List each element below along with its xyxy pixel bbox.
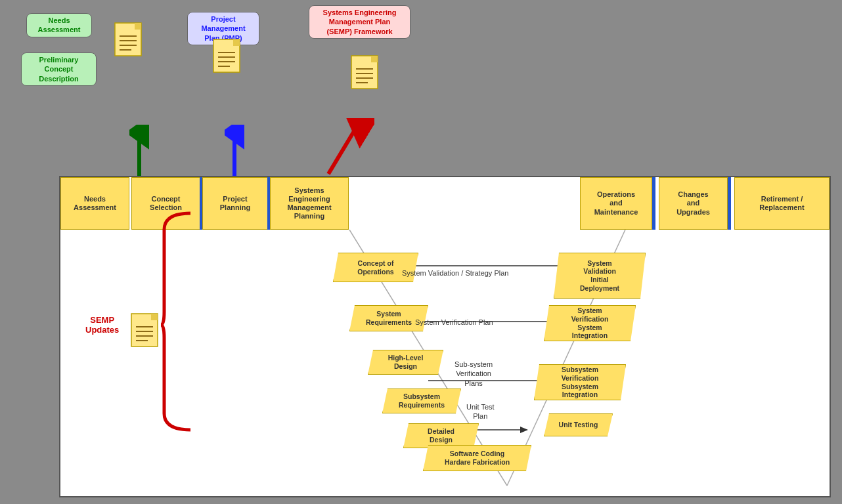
curly-brace: [158, 210, 197, 436]
v-node-sys-validation: SystemValidationInitialDeployment: [554, 253, 646, 299]
svg-marker-36: [520, 427, 528, 433]
semp-callout: Systems EngineeringManagement Plan(SEMP)…: [309, 5, 410, 39]
preliminary-concept-callout: PreliminaryConceptDescription: [21, 52, 97, 86]
document-icon-3: [348, 52, 388, 98]
plan-label-subsystem: Sub-systemVerificationPlans: [454, 360, 493, 388]
svg-rect-2: [135, 23, 141, 30]
phase-ops-maintenance: OperationsandMaintenance: [580, 177, 652, 230]
v-node-concept-ops: Concept ofOperations: [333, 253, 418, 282]
plan-label-validation: System Validation / Strategy Plan: [402, 269, 508, 277]
v-node-sys-verification: SystemVerificationSystemIntegration: [544, 305, 636, 341]
svg-rect-20: [371, 56, 378, 62]
v-node-unit-testing: Unit Testing: [544, 413, 613, 436]
v-node-detailed-design: DetailedDesign: [403, 423, 479, 448]
green-arrow: [129, 125, 149, 180]
v-node-software-coding: Software CodingHardare Fabrication: [423, 445, 531, 471]
svg-rect-39: [151, 314, 158, 320]
semp-updates-label: SEMPUpdates: [85, 315, 119, 335]
v-node-subsys-verification: SubsystemVerificationSubsystemIntegratio…: [534, 364, 626, 400]
phase-retirement: Retirement /Replacement: [734, 177, 830, 230]
document-icon-1: [112, 20, 151, 66]
needs-assessment-callout: NeedsAssessment: [26, 13, 92, 37]
v-node-subsys-req: SubsystemRequirements: [382, 388, 461, 413]
divider-right-1: [652, 177, 655, 230]
phase-needs-assessment: NeedsAssessment: [60, 177, 129, 230]
document-icon-2: [210, 36, 250, 82]
svg-line-26: [328, 125, 358, 174]
divider-right-2: [728, 177, 731, 230]
phase-changes-upgrades: ChangesandUpgrades: [659, 177, 728, 230]
red-arrow: [322, 118, 374, 180]
svg-rect-11: [233, 39, 240, 46]
plan-label-unit: Unit TestPlan: [466, 402, 495, 421]
v-node-high-level: High-LevelDesign: [368, 350, 443, 375]
blue-arrow: [225, 125, 244, 180]
phase-project-planning: ProjectPlanning: [202, 177, 268, 230]
phase-semp: SystemsEngineeringManagementPlanning: [270, 177, 349, 230]
plan-label-verification: System Verification Plan: [415, 318, 493, 326]
